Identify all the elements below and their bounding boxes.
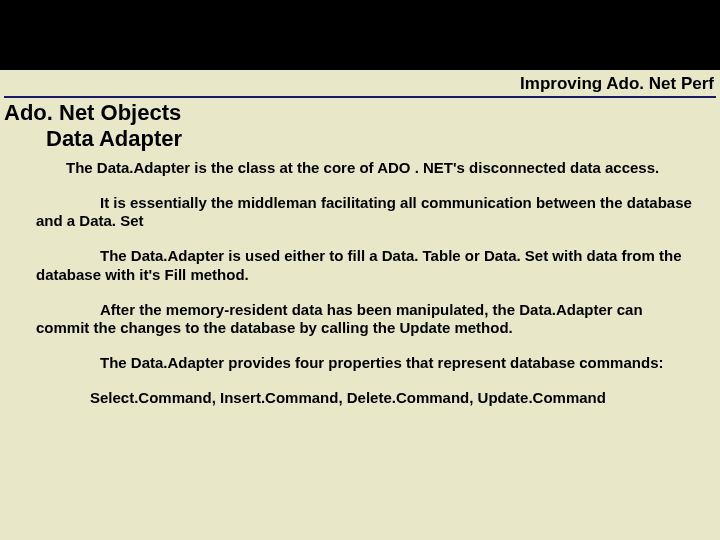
- paragraph-3: The Data.Adapter is used either to fill …: [36, 247, 696, 285]
- top-black-banner: [0, 0, 720, 70]
- section-title-line1: Ado. Net Objects: [4, 100, 720, 126]
- paragraph-2: It is essentially the middleman facilita…: [36, 194, 696, 232]
- commands-list: Select.Command, Insert.Command, Delete.C…: [36, 389, 696, 408]
- content-area: The Data.Adapter is the class at the cor…: [0, 153, 720, 408]
- paragraph-4: After the memory-resident data has been …: [36, 301, 696, 339]
- section-title-line2: Data Adapter: [4, 126, 720, 152]
- section-title: Ado. Net Objects Data Adapter: [0, 100, 720, 153]
- paragraph-5: The Data.Adapter provides four propertie…: [36, 354, 696, 373]
- divider-line: [4, 96, 716, 98]
- paragraph-1: The Data.Adapter is the class at the cor…: [36, 159, 696, 178]
- header-title: Improving Ado. Net Perf: [520, 74, 714, 93]
- header-right: Improving Ado. Net Perf: [0, 70, 720, 96]
